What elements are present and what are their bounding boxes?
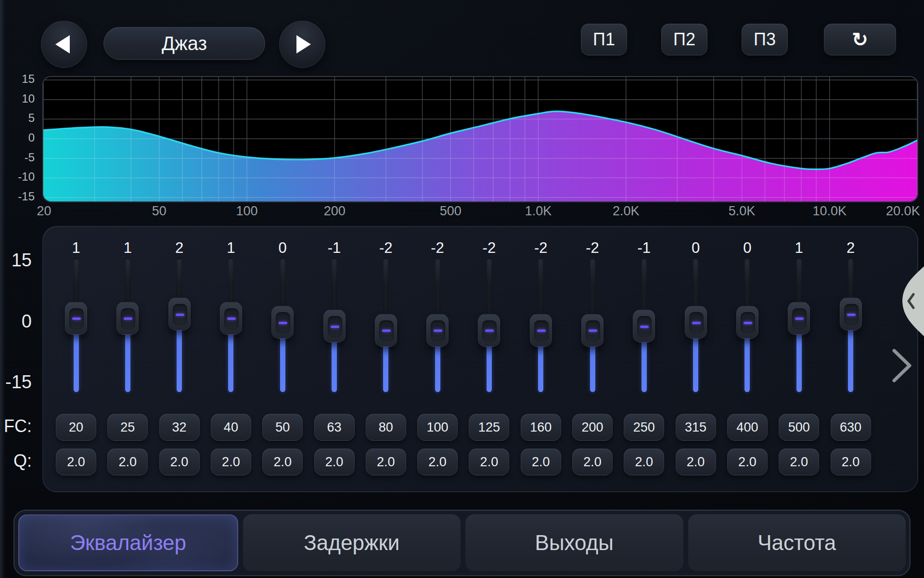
freq-tick-label: 200: [324, 203, 346, 219]
reset-button[interactable]: ↻: [824, 24, 896, 55]
slider-thumb[interactable]: [220, 302, 242, 335]
tab-Выходы[interactable]: Выходы: [465, 514, 683, 571]
fc-button-200[interactable]: 200: [572, 414, 613, 441]
band-gain-value: 0: [672, 239, 720, 257]
slider-thumb[interactable]: [530, 314, 552, 347]
fc-button-500[interactable]: 500: [779, 414, 819, 441]
frequency-response-graph: [42, 76, 918, 202]
gain-slider-100hz[interactable]: [426, 258, 449, 392]
left-edge-highlight: [0, 0, 6, 578]
band-gain-value: -2: [362, 239, 410, 257]
band-gain-value: 1: [103, 239, 152, 257]
slider-thumb-dash: [640, 326, 649, 328]
fc-button-630[interactable]: 630: [831, 414, 871, 441]
slider-thumb[interactable]: [788, 302, 810, 335]
gain-slider-160hz[interactable]: [530, 258, 552, 392]
gain-slider-50hz[interactable]: [271, 258, 294, 392]
gain-slider-250hz[interactable]: [633, 258, 655, 392]
q-button-40[interactable]: 2.0: [211, 448, 251, 475]
fc-button-20[interactable]: 20: [56, 414, 96, 441]
q-button-25[interactable]: 2.0: [107, 448, 148, 475]
band-gain-value: 0: [258, 239, 307, 257]
gain-slider-63hz[interactable]: [323, 258, 346, 392]
db-tick-label: -5: [0, 150, 35, 165]
slider-thumb[interactable]: [116, 302, 139, 335]
slider-thumb[interactable]: [736, 306, 758, 339]
preset-slot-button-П1[interactable]: П1: [581, 24, 627, 55]
gain-slider-40hz[interactable]: [220, 258, 242, 392]
q-button-125[interactable]: 2.0: [469, 448, 509, 475]
preset-slot-button-П3[interactable]: П3: [742, 24, 788, 55]
eq-band-250hz: -12502.0: [620, 227, 668, 493]
eq-band-80hz: -2802.0: [362, 227, 410, 493]
fc-button-40[interactable]: 40: [211, 414, 251, 441]
side-panel-handle[interactable]: [896, 266, 924, 336]
slider-thumb[interactable]: [633, 310, 655, 342]
fc-button-80[interactable]: 80: [366, 414, 406, 441]
gain-slider-20hz[interactable]: [65, 258, 87, 392]
eq-band-32hz: 2322.0: [155, 227, 204, 493]
preset-next-button[interactable]: [279, 21, 325, 68]
q-button-315[interactable]: 2.0: [676, 448, 716, 475]
preset-prev-button[interactable]: [41, 21, 87, 68]
fc-button-25[interactable]: 25: [107, 414, 148, 441]
q-button-63[interactable]: 2.0: [314, 448, 355, 475]
q-button-500[interactable]: 2.0: [779, 448, 819, 475]
tab-Эквалайзер[interactable]: Эквалайзер: [18, 514, 238, 571]
fc-button-125[interactable]: 125: [469, 414, 509, 441]
q-button-100[interactable]: 2.0: [417, 448, 458, 475]
q-button-200[interactable]: 2.0: [572, 448, 613, 475]
eq-band-40hz: 1402.0: [207, 227, 255, 493]
q-button-400[interactable]: 2.0: [727, 448, 768, 475]
gain-slider-25hz[interactable]: [116, 258, 139, 392]
freq-tick-label: 1.0K: [525, 203, 552, 219]
gain-slider-315hz[interactable]: [685, 258, 707, 392]
slider-thumb[interactable]: [840, 298, 862, 330]
slider-thumb[interactable]: [168, 298, 191, 330]
next-bands-chevron-icon[interactable]: [891, 349, 913, 382]
fc-button-250[interactable]: 250: [624, 414, 664, 441]
gain-slider-80hz[interactable]: [375, 258, 397, 392]
slider-scale-zero: 0: [0, 312, 32, 331]
q-button-20[interactable]: 2.0: [56, 448, 96, 475]
slider-thumb[interactable]: [65, 302, 87, 335]
band-gain-value: -1: [310, 239, 359, 257]
tab-Частота[interactable]: Частота: [688, 514, 906, 571]
q-button-50[interactable]: 2.0: [262, 448, 303, 475]
slider-thumb[interactable]: [426, 314, 449, 347]
slider-thumb[interactable]: [685, 306, 707, 339]
slider-thumb[interactable]: [478, 314, 500, 347]
slider-thumb-dash: [434, 329, 442, 332]
q-button-630[interactable]: 2.0: [831, 448, 871, 475]
fc-button-63[interactable]: 63: [314, 414, 355, 441]
left-triangle-icon: [55, 35, 70, 53]
slider-thumb[interactable]: [271, 306, 294, 339]
gain-slider-200hz[interactable]: [581, 258, 603, 392]
gain-slider-630hz[interactable]: [840, 258, 862, 392]
fc-button-160[interactable]: 160: [521, 414, 561, 441]
gain-slider-125hz[interactable]: [478, 258, 500, 392]
slider-thumb[interactable]: [581, 314, 603, 347]
q-button-160[interactable]: 2.0: [521, 448, 561, 475]
band-gain-value: -2: [517, 239, 565, 257]
fc-button-400[interactable]: 400: [727, 414, 768, 441]
fc-button-315[interactable]: 315: [676, 414, 716, 441]
fc-button-32[interactable]: 32: [159, 414, 200, 441]
slider-thumb[interactable]: [323, 310, 346, 342]
slider-thumb[interactable]: [375, 314, 397, 347]
fc-row-label: FC:: [0, 417, 32, 436]
slider-thumb-dash: [537, 329, 546, 332]
tab-Задержки[interactable]: Задержки: [243, 514, 461, 571]
q-button-250[interactable]: 2.0: [624, 448, 664, 475]
preset-name-button[interactable]: Джаз: [103, 27, 265, 60]
gain-slider-500hz[interactable]: [788, 258, 810, 392]
q-button-32[interactable]: 2.0: [159, 448, 200, 475]
db-tick-label: 10: [0, 92, 35, 106]
preset-slot-button-П2[interactable]: П2: [661, 24, 707, 55]
q-button-80[interactable]: 2.0: [366, 448, 406, 475]
slider-thumb-dash: [795, 317, 804, 320]
fc-button-50[interactable]: 50: [262, 414, 303, 441]
fc-button-100[interactable]: 100: [417, 414, 458, 441]
gain-slider-32hz[interactable]: [168, 258, 191, 392]
gain-slider-400hz[interactable]: [736, 258, 758, 392]
